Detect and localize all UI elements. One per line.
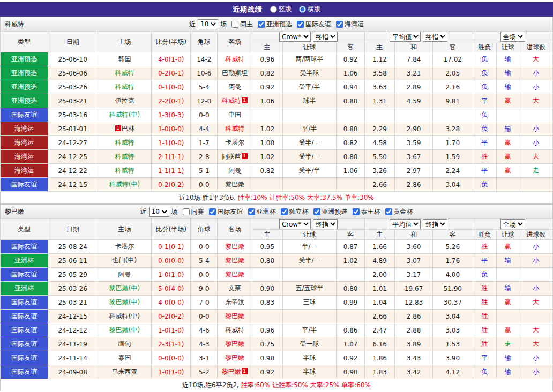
checkbox-input[interactable] <box>336 21 343 28</box>
competition-badge: 国际友谊 <box>1 351 48 365</box>
date-cell: 25-06-06 <box>48 66 98 80</box>
avg-draw-cell: 19.67 <box>395 282 433 296</box>
avg-away-cell: 1.76 <box>432 254 473 268</box>
match-row: 海湾运24-12-27科威特1-1(0-0)1-7卡塔尔1.00受半/一0.82… <box>1 136 553 150</box>
handicap-result-cell <box>496 108 519 122</box>
avg-home-cell: 4.89 <box>364 254 394 268</box>
score-cell: 1-0(1-0) <box>152 268 191 282</box>
filter-checkbox[interactable]: 亚洲预选 <box>258 20 292 29</box>
checkbox-input[interactable] <box>297 21 304 28</box>
filter-checkbox[interactable]: 同主 <box>231 20 253 29</box>
match-row: 国际友谊24-12-15科威特(中)0-2(0-2)0-0黎巴嫩2.662.86… <box>1 310 553 323</box>
filter-checkbox[interactable]: 海湾运 <box>336 20 364 29</box>
avg-away-cell: 4.12 <box>432 365 473 379</box>
odds-away-cell: 0.99 <box>337 296 364 310</box>
result-cell: 负 <box>473 178 496 192</box>
date-cell: 24-12-15 <box>48 310 98 323</box>
odds-line-cell: 受半球 <box>282 66 337 80</box>
avg-draw-cell: 2.89 <box>395 80 433 94</box>
filter-checkbox[interactable]: 泰王杯 <box>353 207 380 216</box>
checkbox-input[interactable] <box>209 208 216 215</box>
away-team-cell: 黎巴嫩 <box>218 240 252 254</box>
score-cell: 0-2(0-1) <box>152 66 191 80</box>
odds-company-select[interactable]: Crow* <box>279 219 311 229</box>
filter-checkbox[interactable]: 亚洲预选 <box>313 207 348 216</box>
corner-cell: 5-1 <box>191 164 218 178</box>
checkbox-input[interactable] <box>258 21 265 28</box>
score-cell: 0-0(0-0) <box>152 254 191 268</box>
home-team-cell: 科威特 <box>98 80 152 94</box>
home-team-cell: 科威特 <box>98 150 152 164</box>
date-cell: 24-11-14 <box>48 351 98 365</box>
filter-checkbox[interactable]: 黄金杯 <box>385 207 413 216</box>
corner-cell: 7-0 <box>191 296 218 310</box>
result-cell: 负 <box>473 66 496 80</box>
recent-count-select[interactable]: 10 <box>198 19 218 29</box>
avg-away-cell: 5.26 <box>432 240 473 254</box>
recent-count-select[interactable]: 10 <box>149 207 169 217</box>
average-select[interactable]: 平均值 <box>390 32 421 42</box>
avg-away-cell: 2.24 <box>432 164 473 178</box>
scope-select[interactable]: 全场 <box>500 219 525 229</box>
odds-away-cell <box>337 178 364 192</box>
avg-draw-cell: 2.86 <box>395 310 433 323</box>
away-team-cell: 科威特1 <box>218 94 252 108</box>
odds-away-cell: 0.92 <box>337 351 364 365</box>
handicap-result-cell: 输 <box>496 122 519 136</box>
avg-draw-cell: 2.97 <box>395 164 433 178</box>
odds-home-cell: 0.92 <box>252 365 282 379</box>
checkbox-input[interactable] <box>248 208 255 215</box>
home-team-cell: 科威特 <box>98 164 152 178</box>
checkbox-label: 独立杯 <box>289 207 309 216</box>
checkbox-input[interactable] <box>353 208 360 215</box>
corner-cell: 0-0 <box>191 178 218 192</box>
summary-rates: 胜率:10% 让胜率:50% 大率:37.5% 单率:30% <box>238 194 374 201</box>
filter-checkbox[interactable]: 国际友谊 <box>297 20 331 29</box>
filter-checkbox[interactable]: 同赛 <box>183 207 204 216</box>
home-team-cell: 缅甸 <box>98 337 152 351</box>
odds-final-select[interactable]: 终指 <box>313 219 338 229</box>
result-cell: 负 <box>473 122 496 136</box>
checkbox-input[interactable] <box>231 21 238 28</box>
checkbox-input[interactable] <box>313 208 320 215</box>
average-final-select[interactable]: 终指 <box>423 32 447 42</box>
goals-result-cell <box>519 108 553 122</box>
recent-label: 近 <box>189 20 196 29</box>
checkbox-input[interactable] <box>281 208 288 215</box>
match-row: 亚洲杯25-06-11也门(中)0-0(0-0)5-4黎巴嫩0.80受半/一1.… <box>1 254 553 268</box>
red-card-badge: 1 <box>242 368 248 374</box>
filter-checkbox[interactable]: 独立杯 <box>281 207 309 216</box>
filter-checkbox[interactable]: 亚洲杯 <box>248 207 276 216</box>
average-select[interactable]: 平均值 <box>390 219 421 229</box>
odds-home-cell: 0.83 <box>252 296 282 310</box>
sub-header-odds-line: 让球 <box>282 230 337 240</box>
layout-radio-horizontal[interactable]: 横版 <box>299 5 320 14</box>
avg-draw-cell: 12.83 <box>395 296 433 310</box>
average-final-select[interactable]: 终指 <box>423 219 447 229</box>
avg-draw-cell: 2.90 <box>395 122 433 136</box>
competition-badge: 海湾运 <box>1 164 48 178</box>
checkbox-input[interactable] <box>385 208 392 215</box>
odds-final-select[interactable]: 终指 <box>313 32 338 42</box>
filter-checkbox[interactable]: 国际友谊 <box>209 207 243 216</box>
away-team-cell: 科威特 <box>218 323 252 337</box>
corner-cell: 10-6 <box>191 66 218 80</box>
result-cell: 胜 <box>473 150 496 164</box>
odds-home-cell: 1.02 <box>252 150 282 164</box>
handicap-result-cell: 赢 <box>496 240 519 254</box>
avg-away-cell: 17.02 <box>432 52 473 66</box>
avg-draw-cell <box>395 108 433 122</box>
scope-select[interactable]: 全场 <box>500 32 525 42</box>
checkbox-input[interactable] <box>183 208 190 215</box>
checkbox-label: 泰王杯 <box>361 207 380 216</box>
section-header-bar: 黎巴嫩 近10场同赛国际友谊亚洲杯独立杯亚洲预选泰王杯黄金杯 <box>0 204 553 218</box>
layout-radio-vertical[interactable]: 竖版 <box>270 5 292 14</box>
avg-away-cell: 1.70 <box>432 136 473 150</box>
horizontal-radio-input[interactable] <box>299 6 306 13</box>
vertical-radio-input[interactable] <box>270 6 277 13</box>
score-cell: 0-1(0-0) <box>152 80 191 94</box>
away-team-cell: 文莱 <box>218 282 252 296</box>
match-row: 亚洲杯25-03-26黎巴嫩(中)5-0(4-0)9-0文莱0.90五/五球半0… <box>1 282 553 296</box>
avg-draw-cell: 3.17 <box>395 268 433 282</box>
odds-company-select[interactable]: Crow* <box>279 32 311 42</box>
